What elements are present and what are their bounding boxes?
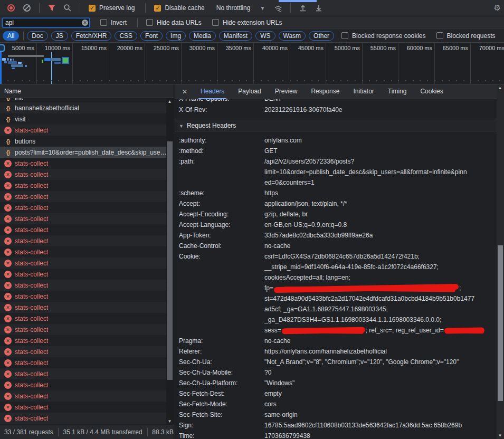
- request-list-scrollbar[interactable]: ▲ ▼: [166, 98, 173, 425]
- header-value-text: ad5cf; _ga=GA1.1.689275447.1698003345;: [264, 306, 388, 313]
- request-row-stats-collect[interactable]: ✕stats-collect: [0, 125, 167, 136]
- preserve-log-checkbox[interactable]: [89, 5, 96, 12]
- type-filter-manifest[interactable]: Manifest: [219, 31, 252, 41]
- hide-extension-urls-toggle[interactable]: Hide extension URLs: [212, 19, 284, 26]
- request-row-stats-collect[interactable]: ✕stats-collect: [0, 390, 167, 402]
- request-row-stats-collect[interactable]: ✕stats-collect: [0, 302, 167, 313]
- disable-cache-toggle[interactable]: Disable cache: [154, 4, 206, 12]
- network-conditions-button[interactable]: [272, 2, 284, 14]
- overview-gridline: [470, 43, 471, 84]
- type-filter-img[interactable]: Img: [166, 31, 186, 41]
- request-row-stats-collect[interactable]: ✕stats-collect: [0, 346, 167, 357]
- settings-gear-icon[interactable]: ⚙: [494, 3, 501, 13]
- request-row-stats-collect[interactable]: ✕stats-collect: [0, 324, 167, 335]
- tab-headers[interactable]: Headers: [198, 84, 226, 99]
- header-value-text: 202312261916-30670fa40e: [264, 106, 342, 113]
- header-row: Sec-Ch-Ua-Platform:"Windows": [175, 378, 497, 388]
- detail-scrollbar[interactable]: ▲ ▼: [497, 84, 504, 439]
- overview-handle[interactable]: [0, 44, 5, 52]
- request-row-visit[interactable]: {}visit: [0, 113, 167, 125]
- request-row-stats-collect[interactable]: ✕stats-collect: [0, 335, 167, 346]
- preserve-log-toggle[interactable]: Preserve log: [89, 4, 137, 12]
- request-detail-panel: ✕ HeadersPayloadPreviewResponseInitiator…: [175, 84, 504, 439]
- request-row-stats-collect[interactable]: ✕stats-collect: [0, 257, 167, 269]
- scroll-up-icon[interactable]: ▲: [166, 99, 173, 104]
- filter-button[interactable]: [46, 2, 58, 14]
- error-icon: ✕: [4, 337, 12, 345]
- type-filter-css[interactable]: CSS: [115, 31, 137, 41]
- tab-payload[interactable]: Payload: [236, 84, 263, 99]
- clear-search-icon[interactable]: ✕: [82, 20, 88, 26]
- request-row-stats-collect[interactable]: ✕stats-collect: [0, 291, 167, 302]
- tab-preview[interactable]: Preview: [273, 84, 300, 99]
- request-row-buttons[interactable]: {}buttons: [0, 136, 167, 147]
- tab-cookies[interactable]: Cookies: [418, 84, 445, 99]
- request-row-stats-collect[interactable]: ✕stats-collect: [0, 202, 167, 213]
- type-filter-wasm[interactable]: Wasm: [279, 31, 306, 41]
- scroll-up-icon[interactable]: ▲: [497, 85, 503, 90]
- request-row-stats-collect[interactable]: ✕stats-collect: [0, 269, 167, 280]
- request-row-stats-collect[interactable]: ✕stats-collect: [0, 313, 167, 324]
- header-value: 33d57ade8c02dbc5a333db99ff9ae26a: [264, 230, 497, 241]
- scrollbar-thumb[interactable]: [167, 141, 173, 380]
- disable-cache-checkbox[interactable]: [154, 5, 161, 12]
- tab-timing[interactable]: Timing: [386, 84, 409, 99]
- import-har-button[interactable]: [297, 2, 309, 14]
- request-headers-section[interactable]: ▼Request Headers: [175, 119, 497, 131]
- type-filter-font[interactable]: Font: [140, 31, 163, 41]
- scroll-down-icon[interactable]: ▼: [497, 433, 503, 438]
- search-button[interactable]: [62, 2, 73, 14]
- request-row-stats-collect[interactable]: ✕stats-collect: [0, 246, 167, 257]
- header-row: Sign:16785:5aad9602cf110608b03133de56364…: [175, 420, 497, 431]
- tab-response[interactable]: Response: [309, 84, 341, 99]
- request-row-posts[interactable]: {}posts?limit=10&order=publish_date_desc…: [0, 147, 167, 158]
- request-row-stats-collect[interactable]: ✕stats-collect: [0, 213, 167, 224]
- type-filter-ws[interactable]: WS: [255, 31, 275, 41]
- overview-minor-tick: [72, 80, 73, 81]
- type-filter-fetch-xhr[interactable]: Fetch/XHR: [71, 31, 112, 41]
- name-column-header[interactable]: Name: [0, 84, 174, 98]
- scrollbar-thumb[interactable]: [498, 245, 503, 401]
- request-row-stats-collect[interactable]: ✕stats-collect: [0, 357, 167, 368]
- tab-initiator[interactable]: Initiator: [351, 84, 376, 99]
- request-row-stats-collect[interactable]: ✕stats-collect: [0, 169, 167, 180]
- request-name: stats-collect: [15, 282, 48, 289]
- request-row-stats-collect[interactable]: ✕stats-collect: [0, 158, 167, 169]
- request-row-stats-collect[interactable]: ✕stats-collect: [0, 379, 167, 390]
- network-overview[interactable]: 5000 ms10000 ms15000 ms20000 ms25000 ms3…: [0, 43, 504, 84]
- type-filter-all[interactable]: All: [3, 31, 19, 41]
- request-row-stats-collect[interactable]: ✕stats-collect: [0, 224, 167, 235]
- hide-extension-urls-checkbox[interactable]: [212, 19, 219, 26]
- filter-search-input[interactable]: [2, 18, 90, 27]
- request-row-stats-collect[interactable]: ✕stats-collect: [0, 235, 167, 246]
- request-row-stats-collect[interactable]: ✕stats-collect: [0, 402, 167, 413]
- scroll-down-icon[interactable]: ▼: [166, 419, 173, 424]
- toggle-blocked-response-cookies[interactable]: Blocked response cookies: [341, 32, 427, 40]
- request-row-stats-collect[interactable]: ✕stats-collect: [0, 191, 167, 202]
- toggle-blocked-requests-checkbox[interactable]: [436, 32, 443, 39]
- overview-minor-tick: [174, 80, 175, 81]
- request-row-stats-collect[interactable]: ✕stats-collect: [0, 180, 167, 191]
- request-row-stats-collect[interactable]: ✕stats-collect: [0, 413, 167, 424]
- toggle-blocked-response-cookies-checkbox[interactable]: [341, 32, 348, 39]
- clear-button[interactable]: [21, 2, 33, 14]
- type-filter-js[interactable]: JS: [51, 31, 68, 41]
- request-row-init[interactable]: {}init: [0, 98, 167, 102]
- overview-gridline: [253, 43, 254, 84]
- type-filter-other[interactable]: Other: [309, 31, 334, 41]
- throttling-select[interactable]: No throttling ▼: [216, 4, 265, 12]
- toggle-blocked-requests[interactable]: Blocked requests: [436, 32, 498, 40]
- record-button[interactable]: [5, 2, 17, 14]
- request-row-hannahelizabethofficial[interactable]: {}hannahelizabethofficial: [0, 102, 167, 113]
- request-row-stats-collect[interactable]: ✕stats-collect: [0, 368, 167, 379]
- hide-data-urls-checkbox[interactable]: [146, 19, 153, 26]
- invert-checkbox[interactable]: [100, 19, 107, 26]
- hide-data-urls-toggle[interactable]: Hide data URLs: [146, 19, 204, 26]
- invert-toggle[interactable]: Invert: [100, 19, 129, 26]
- header-row: App-Token:33d57ade8c02dbc5a333db99ff9ae2…: [175, 230, 497, 241]
- type-filter-media[interactable]: Media: [189, 31, 216, 41]
- request-row-stats-collect[interactable]: ✕stats-collect: [0, 280, 167, 291]
- type-filter-doc[interactable]: Doc: [27, 31, 47, 41]
- close-icon[interactable]: ✕: [179, 88, 191, 96]
- export-har-button[interactable]: [313, 2, 325, 14]
